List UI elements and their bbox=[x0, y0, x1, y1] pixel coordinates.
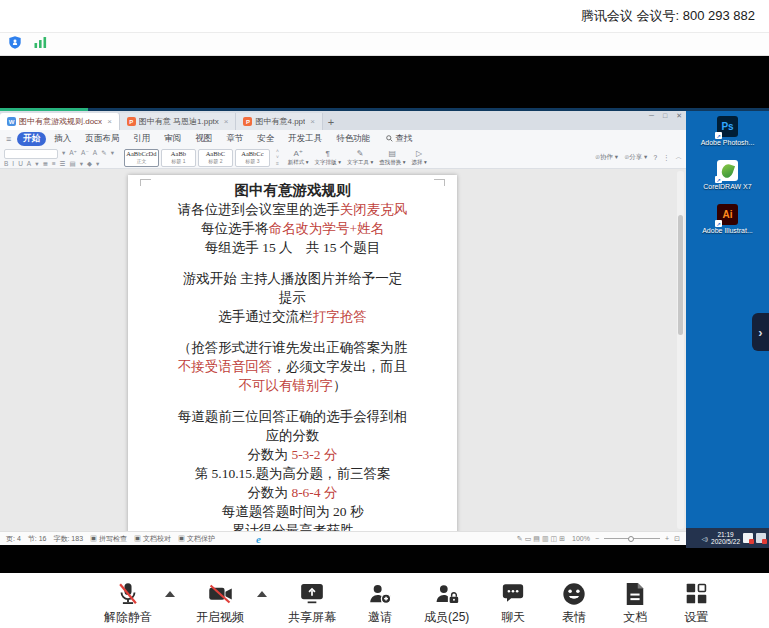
camera-off-icon bbox=[207, 580, 234, 607]
expand-options-caret[interactable] bbox=[165, 591, 175, 597]
menu-burger-icon[interactable]: ≡ bbox=[6, 134, 11, 144]
rule-text: 选手通过交流栏 bbox=[218, 309, 313, 324]
search-icon bbox=[386, 135, 393, 142]
menu-item-视图[interactable]: 视图 bbox=[189, 132, 218, 146]
status-拼写检查[interactable]: ▣ 拼写检查 bbox=[90, 534, 127, 544]
collapse-ribbon-button[interactable]: ︿ bbox=[676, 153, 683, 162]
zoom-slider[interactable] bbox=[604, 538, 660, 539]
more-options-button[interactable]: ⋮ bbox=[663, 154, 670, 162]
style-name-label: 标题 3 bbox=[245, 159, 259, 164]
menu-item-页面布局[interactable]: 页面布局 bbox=[79, 132, 125, 146]
toolbar-settings-button[interactable]: 设置 bbox=[679, 580, 713, 626]
rule-text: 图中有意游戏规则 bbox=[235, 182, 351, 198]
taskbar-app-icon[interactable] bbox=[743, 533, 753, 543]
menu-item-开发工具[interactable]: 开发工具 bbox=[282, 132, 328, 146]
ppt-file-icon: P bbox=[243, 117, 252, 126]
status-文档保护[interactable]: ▣ 文档保护 bbox=[178, 534, 215, 544]
network-protect-shield-icon[interactable] bbox=[8, 35, 22, 54]
maximize-button[interactable]: □ bbox=[663, 112, 667, 120]
volume-icon[interactable]: ◁) bbox=[701, 535, 708, 542]
document-tab[interactable]: P图中有意 马恩迪1.pptx× bbox=[120, 113, 237, 130]
toolbar-button-label: 设置 bbox=[684, 609, 708, 626]
tab-close-icon[interactable]: × bbox=[310, 117, 315, 126]
rule-text: ） bbox=[333, 378, 347, 393]
desktop-icon-ai[interactable]: Ai↗Adobe Illustrat... bbox=[693, 204, 763, 235]
vertical-scrollbar[interactable] bbox=[677, 171, 684, 529]
taskbar-app-icon[interactable] bbox=[756, 533, 766, 543]
style-preset[interactable]: AaBbCcDd正文 bbox=[124, 149, 159, 167]
menu-item-特色功能[interactable]: 特色功能 bbox=[330, 132, 376, 146]
font-tools-group[interactable]: ▾A⁺A⁻A✎▾ BIUA▾≣≡☰▤▾◆▾ bbox=[4, 149, 114, 167]
rule-text: 第 5.10.15.题为高分题，前三答案 bbox=[195, 466, 391, 481]
help-button[interactable]: ? bbox=[653, 154, 657, 161]
minimize-button[interactable]: ─ bbox=[649, 112, 654, 120]
corner-button-分享[interactable]: ⊙分享 ▾ bbox=[624, 153, 647, 162]
view-mode-icons[interactable]: ✎▭▤▥◫⊞ bbox=[517, 535, 567, 543]
ribbon-button-label: 选择 ▾ bbox=[412, 159, 427, 166]
toolbar-invite-button[interactable]: 邀请 bbox=[363, 580, 397, 626]
menu-item-引用[interactable]: 引用 bbox=[127, 132, 156, 146]
menu-item-开始[interactable]: 开始 bbox=[17, 132, 46, 146]
signal-strength-icon[interactable] bbox=[34, 35, 47, 53]
ribbon-button-选择[interactable]: ▷选择 ▾ bbox=[409, 150, 430, 166]
close-button[interactable]: ✕ bbox=[676, 112, 682, 120]
menu-item-插入[interactable]: 插入 bbox=[48, 132, 77, 146]
toolbar-button-label: 成员(25) bbox=[424, 609, 469, 626]
corner-button-协作[interactable]: ⊙协作 ▾ bbox=[595, 153, 618, 162]
style-preset[interactable]: AaBb标题 1 bbox=[161, 149, 196, 167]
zoom-out-button[interactable]: − bbox=[595, 535, 599, 542]
tab-close-icon[interactable]: × bbox=[224, 117, 229, 126]
toolbar-chat-button[interactable]: 聊天 bbox=[496, 580, 530, 626]
find-menu-item[interactable]: 查找 bbox=[386, 133, 412, 145]
meeting-sidebar-expand-handle[interactable]: › bbox=[752, 313, 769, 351]
style-sample-text: AaBbCcDd bbox=[126, 151, 156, 158]
highlighted-rule-text: 打字抢答 bbox=[313, 309, 367, 324]
document-tab[interactable]: P图中有意4.ppt× bbox=[236, 113, 322, 130]
expand-options-caret[interactable] bbox=[257, 591, 267, 597]
toolbar-share-screen-button[interactable]: 共享屏幕 bbox=[288, 580, 336, 626]
menu-item-审阅[interactable]: 审阅 bbox=[158, 132, 187, 146]
mic-muted-icon bbox=[115, 580, 141, 607]
desktop-icon-corel[interactable]: ↗CorelDRAW X7 bbox=[693, 160, 763, 191]
ribbon-button-文字排版[interactable]: ¶文字排版 ▾ bbox=[312, 150, 344, 166]
desktop-icon-label: Adobe Photosh... bbox=[697, 139, 759, 147]
highlighted-rule-text: 命名改为学号+姓名 bbox=[268, 221, 384, 236]
style-name-label: 标题 1 bbox=[171, 159, 185, 164]
zoom-in-button[interactable]: + bbox=[665, 535, 669, 542]
document-paragraph: 游戏开始 主持人播放图片并给予一定 bbox=[136, 269, 449, 288]
highlighted-rule-text: 不可以有错别字 bbox=[239, 378, 334, 393]
ribbon-button-查找替换[interactable]: ▤查找替换 ▾ bbox=[376, 150, 408, 166]
rule-text: 每道题前三位回答正确的选手会得到相 bbox=[178, 409, 408, 424]
menu-item-安全[interactable]: 安全 bbox=[251, 132, 280, 146]
style-preset[interactable]: AaBbCc标题 3 bbox=[235, 149, 270, 167]
toolbar-emoji-button[interactable]: 表情 bbox=[557, 580, 591, 626]
desktop-icon-ps[interactable]: Ps↗Adobe Photosh... bbox=[693, 116, 763, 147]
zoom-slider-knob[interactable] bbox=[628, 536, 634, 542]
document-editing-area[interactable]: 图中有意游戏规则请各位进到会议室里的选手关闭麦克风每位选手将命名改为学号+姓名每… bbox=[0, 169, 686, 531]
font-name-box[interactable] bbox=[4, 149, 58, 159]
gallery-scroll-buttons[interactable]: ˄˅≡ bbox=[276, 149, 279, 166]
status-文档校对[interactable]: ▣ 文档校对 bbox=[134, 534, 171, 544]
document-tab[interactable]: W图中有意游戏规则.docx× bbox=[0, 113, 120, 130]
toolbar-camera-off-button[interactable]: 开启视频 bbox=[196, 580, 244, 626]
ribbon-button-文字工具[interactable]: ✎文字工具 ▾ bbox=[344, 150, 376, 166]
toolbar-docs-button[interactable]: 文档 bbox=[618, 580, 652, 626]
ps-app-icon: Ps↗ bbox=[717, 116, 738, 137]
toolbar-members-button[interactable]: 成员(25) bbox=[424, 580, 469, 626]
meeting-title-bar: 腾讯会议 会议号: 800 293 882 bbox=[0, 0, 769, 33]
document-page[interactable]: 图中有意游戏规则请各位进到会议室里的选手关闭麦克风每位选手将命名改为学号+姓名每… bbox=[128, 175, 457, 531]
fit-page-button[interactable]: ⊡ bbox=[674, 535, 680, 543]
new-document-tab-button[interactable]: + bbox=[323, 114, 339, 130]
ribbon-button-新样式[interactable]: A⁺新样式 ▾ bbox=[285, 150, 312, 166]
wps-tab-bar: W图中有意游戏规则.docx×P图中有意 马恩迪1.pptx×P图中有意4.pp… bbox=[0, 111, 686, 130]
style-preset[interactable]: AaBbC标题 2 bbox=[198, 149, 233, 167]
ribbon-button-label: 文字排版 ▾ bbox=[315, 159, 341, 166]
taskbar-clock[interactable]: 21:19 2020/5/22 bbox=[711, 531, 740, 545]
scrollbar-thumb[interactable] bbox=[678, 215, 683, 335]
members-icon bbox=[433, 580, 460, 607]
tab-close-icon[interactable]: × bbox=[107, 117, 112, 126]
document-paragraph: 应的分数 bbox=[136, 426, 449, 445]
ie-browser-icon[interactable]: e bbox=[256, 533, 261, 545]
toolbar-mic-muted-button[interactable]: 解除静音 bbox=[104, 580, 152, 626]
menu-item-章节[interactable]: 章节 bbox=[220, 132, 249, 146]
